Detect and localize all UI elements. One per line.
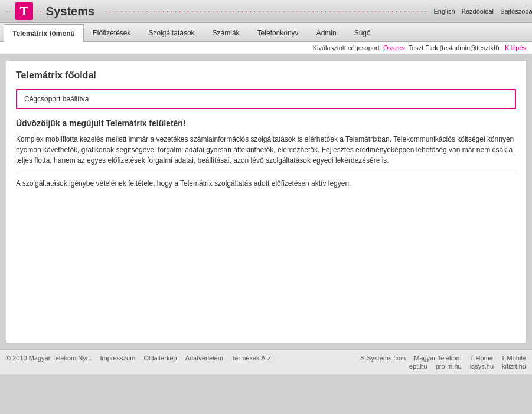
english-link[interactable]: English: [433, 8, 455, 15]
welcome-text: Komplex mobilflotta kezelés mellett immá…: [16, 134, 516, 166]
footer-impresszum[interactable]: Impresszum: [100, 354, 135, 362]
cegcsoport-label: Kiválasztott cégcsoport:: [313, 44, 381, 51]
footer-adatvede[interactable]: Adatvédelem: [185, 354, 223, 362]
welcome-heading: Üdvözöljük a megújult Telemátrix felület…: [16, 119, 516, 128]
logout-separator: [501, 44, 503, 51]
footer-thome[interactable]: T-Home: [470, 354, 493, 362]
nav-szolgaltatasok[interactable]: Szolgáltatások: [140, 24, 204, 41]
logo-systems-text: Systems: [46, 5, 94, 18]
nav-bar: Telemátrix főmenü Előfizetések Szolgálta…: [0, 23, 532, 42]
footer-kifizrt[interactable]: kifizrt.hu: [502, 363, 526, 370]
logout-link[interactable]: Kilépés: [505, 44, 526, 51]
footer-left: © 2010 Magyar Telekom Nyrt. Impresszum O…: [6, 354, 272, 362]
sajtoszoba-link[interactable]: Sajtószoba: [500, 8, 532, 15]
footer-ept[interactable]: ept.hu: [409, 363, 427, 370]
footer-termekek[interactable]: Termékek A-Z: [231, 354, 272, 362]
sub-header: Kiválasztott cégcsoport: Összes Teszt El…: [0, 42, 532, 54]
nav-admin[interactable]: Admin: [308, 24, 345, 41]
nav-szamlak[interactable]: Számlák: [204, 24, 249, 41]
top-bar: ·· T ·· Systems ························…: [0, 0, 532, 23]
footer-prom[interactable]: pro-m.hu: [436, 363, 462, 370]
footer-tmobile[interactable]: T-Mobile: [501, 354, 526, 362]
footer-iqsys[interactable]: iqsys.hu: [470, 363, 494, 370]
footer-tsystems[interactable]: S-Systems.com: [360, 354, 406, 362]
main-content: Telemátrix főoldal Cégcsoport beállítva …: [6, 60, 526, 343]
cegcsoport-value[interactable]: Összes: [383, 44, 405, 51]
logo-area: ·· T ·· Systems ························…: [6, 2, 429, 20]
logo-dots-left: ··: [6, 8, 12, 15]
page-title: Telemátrix főoldal: [16, 70, 516, 81]
nav-sugo[interactable]: Súgó: [345, 24, 380, 41]
logo-t-icon: T: [15, 2, 34, 20]
footer-magyar-telekom[interactable]: Magyar Telekom: [414, 354, 462, 362]
footer-right-bottom: ept.hu pro-m.hu iqsys.hu kifizrt.hu: [409, 363, 526, 370]
main-wrapper: Telemátrix főoldal Cégcsoport beállítva …: [0, 54, 532, 349]
kezdooldal-link[interactable]: Kezdőoldal: [462, 8, 494, 15]
nav-telematrix-fomenu[interactable]: Telemátrix főmenü: [4, 24, 84, 42]
top-links: English Kezdőoldal Sajtószoba: [429, 8, 532, 15]
footer-right-top: S-Systems.com Magyar Telekom T-Home T-Mo…: [360, 354, 526, 362]
footer-oldalter[interactable]: Oldaltérkép: [143, 354, 177, 362]
logo-dots-mid: ··: [37, 8, 43, 15]
logo-dots-right: ········································…: [104, 8, 429, 15]
footer: © 2010 Magyar Telekom Nyrt. Impresszum O…: [0, 349, 532, 374]
divider: [16, 173, 516, 173]
user-info: Teszt Elek (testadmin@tesztkft): [407, 44, 500, 51]
footer-right-col: S-Systems.com Magyar Telekom T-Home T-Mo…: [360, 354, 526, 370]
condition-text: A szolgáltatások igénybe vételének felté…: [16, 178, 516, 189]
nav-telefonkonyv[interactable]: Telefonkönyv: [249, 24, 308, 41]
footer-copyright: © 2010 Magyar Telekom Nyrt.: [6, 354, 92, 362]
notice-box: Cégcsoport beállítva: [16, 89, 516, 109]
nav-elofizetek[interactable]: Előfizetések: [84, 24, 140, 41]
